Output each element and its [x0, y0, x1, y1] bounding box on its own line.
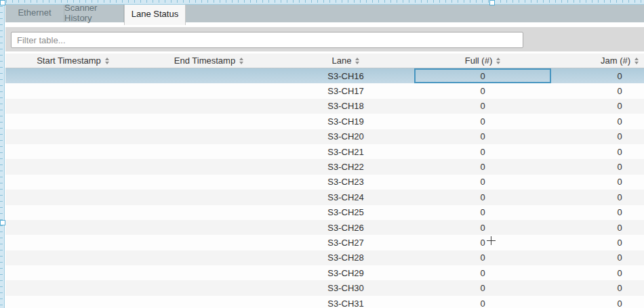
- tab-scanner-history[interactable]: Scanner History: [64, 3, 124, 22]
- table-row[interactable]: S3-CH2100: [5, 144, 644, 159]
- table-row[interactable]: S3-CH2000: [5, 129, 644, 144]
- cell-jam[interactable]: 0: [551, 280, 644, 295]
- cell-lane[interactable]: S3-CH27: [277, 235, 414, 250]
- cell-lane[interactable]: S3-CH20: [277, 129, 414, 144]
- selection-handle[interactable]: [489, 0, 495, 5]
- cell-full[interactable]: 0: [414, 159, 551, 174]
- cell-lane[interactable]: S3-CH24: [277, 190, 414, 204]
- sort-icon[interactable]: [239, 58, 243, 64]
- cell-full[interactable]: 0: [414, 83, 551, 98]
- cell-jam[interactable]: 0: [551, 144, 644, 159]
- cell-jam[interactable]: 0: [551, 83, 644, 98]
- cell-start[interactable]: [5, 280, 140, 295]
- cell-jam[interactable]: 0: [551, 235, 644, 250]
- cell-end[interactable]: [140, 83, 277, 98]
- sort-icon[interactable]: [496, 58, 500, 64]
- cell-full[interactable]: 0: [414, 144, 551, 159]
- cell-start[interactable]: [5, 144, 140, 159]
- table-row[interactable]: S3-CH2800: [5, 250, 644, 265]
- cell-end[interactable]: [140, 235, 277, 250]
- cell-lane[interactable]: S3-CH16: [277, 68, 414, 83]
- table-row[interactable]: S3-CH1800: [5, 99, 644, 114]
- sort-icon[interactable]: [355, 58, 359, 64]
- column-header-full[interactable]: Full (#): [414, 53, 551, 68]
- cell-end[interactable]: [140, 296, 277, 308]
- cell-jam[interactable]: 0: [551, 220, 644, 235]
- cell-full[interactable]: 0: [414, 235, 551, 250]
- selection-handle[interactable]: [0, 220, 5, 225]
- cell-end[interactable]: [140, 220, 277, 235]
- cell-end[interactable]: [140, 129, 277, 144]
- table-row[interactable]: S3-CH3100: [5, 296, 644, 308]
- cell-end[interactable]: [140, 265, 277, 280]
- cell-end[interactable]: [140, 144, 277, 159]
- cell-full[interactable]: 0: [414, 280, 551, 295]
- cell-full[interactable]: 0: [414, 175, 551, 190]
- cell-end[interactable]: [140, 205, 277, 220]
- cell-lane[interactable]: S3-CH23: [277, 175, 414, 190]
- table-row[interactable]: S3-CH1700: [5, 83, 644, 98]
- cell-jam[interactable]: 0: [551, 114, 644, 129]
- cell-lane[interactable]: S3-CH26: [277, 220, 414, 235]
- table-row[interactable]: S3-CH1600: [5, 68, 644, 83]
- column-header-lane[interactable]: Lane: [277, 53, 414, 68]
- cell-jam[interactable]: 0: [551, 265, 644, 280]
- cell-start[interactable]: [5, 68, 140, 83]
- cell-full[interactable]: 0: [414, 205, 551, 220]
- cell-end[interactable]: [140, 68, 277, 83]
- table-row[interactable]: S3-CH2900: [5, 265, 644, 280]
- cell-jam[interactable]: 0: [551, 250, 644, 265]
- cell-full[interactable]: 0: [414, 114, 551, 129]
- cell-jam[interactable]: 0: [551, 296, 644, 308]
- cell-end[interactable]: [140, 159, 277, 174]
- table-row[interactable]: S3-CH2300: [5, 175, 644, 190]
- cell-lane[interactable]: S3-CH19: [277, 114, 414, 129]
- cell-full[interactable]: 0: [414, 265, 551, 280]
- cell-full[interactable]: 0: [414, 68, 551, 83]
- cell-start[interactable]: [5, 265, 140, 280]
- cell-start[interactable]: [5, 296, 140, 308]
- cell-lane[interactable]: S3-CH28: [277, 250, 414, 265]
- cell-full[interactable]: 0: [414, 99, 551, 114]
- filter-table-input[interactable]: [11, 32, 523, 48]
- cell-lane[interactable]: S3-CH17: [277, 83, 414, 98]
- cell-start[interactable]: [5, 129, 140, 144]
- cell-lane[interactable]: S3-CH22: [277, 159, 414, 174]
- cell-jam[interactable]: 0: [551, 190, 644, 204]
- cell-jam[interactable]: 0: [551, 205, 644, 220]
- cell-full[interactable]: 0: [414, 250, 551, 265]
- cell-start[interactable]: [5, 190, 140, 204]
- cell-end[interactable]: [140, 280, 277, 295]
- cell-end[interactable]: [140, 250, 277, 265]
- cell-end[interactable]: [140, 175, 277, 190]
- cell-start[interactable]: [5, 83, 140, 98]
- sort-icon[interactable]: [105, 58, 109, 64]
- cell-lane[interactable]: S3-CH30: [277, 280, 414, 295]
- cell-start[interactable]: [5, 175, 140, 190]
- tab-ethernet[interactable]: Ethernet: [5, 3, 64, 22]
- cell-end[interactable]: [140, 190, 277, 204]
- cell-start[interactable]: [5, 205, 140, 220]
- table-row[interactable]: S3-CH2600: [5, 220, 644, 235]
- sort-icon[interactable]: [635, 58, 639, 64]
- cell-start[interactable]: [5, 114, 140, 129]
- cell-end[interactable]: [140, 114, 277, 129]
- table-row[interactable]: S3-CH2400: [5, 190, 644, 204]
- cell-lane[interactable]: S3-CH29: [277, 265, 414, 280]
- cell-jam[interactable]: 0: [551, 68, 644, 83]
- column-header-end-timestamp[interactable]: End Timestamp: [140, 53, 277, 68]
- table-row[interactable]: S3-CH2200: [5, 159, 644, 174]
- cell-lane[interactable]: S3-CH18: [277, 99, 414, 114]
- cell-jam[interactable]: 0: [551, 99, 644, 114]
- column-header-jam[interactable]: Jam (#): [551, 53, 644, 68]
- table-row[interactable]: S3-CH2500: [5, 205, 644, 220]
- tab-lane-status[interactable]: Lane Status: [124, 3, 186, 25]
- cell-start[interactable]: [5, 220, 140, 235]
- cell-full[interactable]: 0: [414, 296, 551, 308]
- cell-lane[interactable]: S3-CH25: [277, 205, 414, 220]
- cell-jam[interactable]: 0: [551, 129, 644, 144]
- selection-handle[interactable]: [0, 0, 5, 5]
- cell-start[interactable]: [5, 159, 140, 174]
- cell-full[interactable]: 0: [414, 129, 551, 144]
- cell-start[interactable]: [5, 250, 140, 265]
